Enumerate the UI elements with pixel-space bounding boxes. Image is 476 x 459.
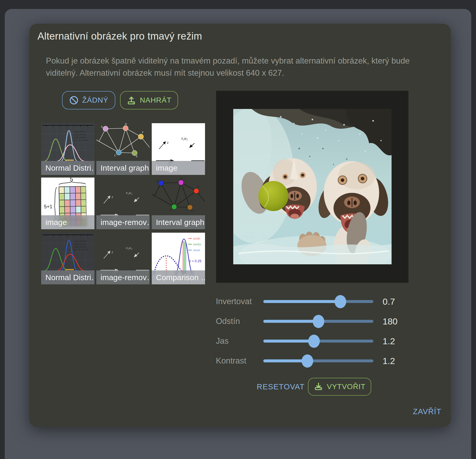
svg-text:D: D [180,178,182,180]
thumbnail-label: Normal Distri… [41,161,94,175]
thumbnail-normal-distribution-1[interactable]: μ=0, σ²=0.2 μ=0, σ²=1.0 μ=0, σ²=5.0 μ=−2… [41,123,94,175]
none-button-label: ŽÁDNÝ [82,96,108,104]
svg-text:μ=−2, σ²=0.5: μ=−2, σ²=0.5 [74,248,88,251]
slider-label-hue: Odstín [216,317,240,326]
svg-text:E: E [136,155,138,158]
svg-text:z: z [167,141,169,145]
thumbnail-image-axes-white[interactable]: z x x₂u₂ image [152,123,205,175]
reset-button[interactable]: RESETOVAT [257,378,305,396]
svg-text:F: F [197,185,199,188]
thumbnail-image-handdrawn-grid[interactable]: 5 5+1 image [41,178,94,229]
thumbnail-normal-distribution-2[interactable]: μ=0, σ²=0.2 μ=0, σ²=1.0 μ=0, σ²=5.0 μ=−2… [41,233,94,284]
slider-fill [263,320,318,323]
slider-value-brightness: 1.2 [383,336,395,346]
contrast-slider[interactable] [263,360,373,362]
svg-text:μ=0, σ²=5.0: μ=0, σ²=5.0 [74,246,86,248]
slider-value-invert: 0.7 [383,297,395,307]
slider-handle[interactable] [302,354,313,367]
slider-label-invert: Invertovat [216,297,252,306]
svg-text:A: A [156,179,158,183]
thumbnail-label: Interval graph… [152,215,205,229]
svg-text:media: media [193,242,201,246]
slider-row-brightness: Jas 1.2 [30,334,451,348]
svg-text:σ = 0.25: σ = 0.25 [189,259,201,263]
svg-text:C: C [170,208,172,211]
thumbnail-label: Normal Distri… [41,270,94,284]
thumbnail-label: Interval graph… [96,161,150,175]
preview-panel [216,91,408,283]
svg-text:D: D [125,123,127,126]
svg-text:μ=0, σ²=1.0: μ=0, σ²=1.0 [74,133,86,136]
slider-row-contrast: Kontrast 1.2 [30,354,451,367]
prohibition-icon [69,95,79,105]
create-button-label: VYTVOŘIT [327,383,365,391]
description-line-2: viditelný. Alternativní obrázek musí mít… [46,67,410,79]
slider-label-contrast: Kontrast [216,356,246,366]
dark-mode-image-dialog: Alternativní obrázek pro tmavý režim Pok… [30,24,451,427]
svg-text:x₂u₂: x₂u₂ [181,136,188,140]
dialog-title: Alternativní obrázek pro tmavý režim [37,31,202,42]
slider-handle[interactable] [313,315,324,328]
upload-icon [127,95,136,105]
svg-text:z: z [111,250,113,254]
svg-text:x₂u₂: x₂u₂ [126,190,132,195]
svg-text:μ=0, σ²=0.2: μ=0, σ²=0.2 [74,240,86,242]
svg-text:mode: mode [193,237,200,240]
svg-text:x₂u₂: x₂u₂ [126,246,132,250]
slider-row-hue: Odstín 180 [30,315,451,328]
slider-value-hue: 180 [383,316,398,327]
thumbnail-interval-graph-1[interactable]: A D F C E Interval graph… [96,123,150,175]
upload-button-label: NAHRÁT [140,96,172,104]
download-icon [314,381,323,393]
slider-handle[interactable] [308,334,320,348]
svg-text:5: 5 [70,178,73,183]
slider-label-brightness: Jas [216,336,229,346]
svg-text:5+1: 5+1 [44,204,53,209]
none-button[interactable]: ŽÁDNÝ [62,91,115,109]
svg-text:mean: mean [193,248,200,252]
thumbnail-label: image-remov… [96,215,150,229]
close-button[interactable]: ZAVŘÍT [413,403,441,420]
svg-text:μ=0, σ²=1.0: μ=0, σ²=1.0 [74,243,86,245]
slider-row-invert: Invertovat 0.7 [30,295,451,308]
slider-handle[interactable] [335,295,346,308]
description-line-1: Pokud je obrázek špatně viditelný na tma… [46,55,410,67]
svg-text:E: E [191,209,193,212]
create-button[interactable]: VYTVOŘIT [308,378,371,396]
thumbnail-label: Comparison … [152,270,205,284]
svg-text:μ=0, σ²=0.2: μ=0, σ²=0.2 [74,130,86,133]
svg-text:μ=−2, σ²=0.5: μ=−2, σ²=0.5 [74,139,88,142]
svg-text:z: z [111,195,113,199]
thumbnail-comparison-chart[interactable]: mode media mean σ = 0.25 Comparison … [152,233,205,284]
thumbnail-grid: μ=0, σ²=0.2 μ=0, σ²=1.0 μ=0, σ²=5.0 μ=−2… [41,123,205,284]
hue-slider[interactable] [263,320,373,323]
invert-slider[interactable] [263,300,373,303]
brightness-slider[interactable] [263,340,373,343]
thumbnail-image-removed-bg-1[interactable]: z x x₂u₂ image-remov… [96,178,150,229]
preview-image-dogs-underwater [233,109,392,264]
slider-value-contrast: 1.2 [383,356,395,366]
svg-text:F: F [142,131,144,134]
thumbnail-label: image [41,215,94,229]
svg-text:C: C [114,154,116,157]
svg-text:A: A [101,125,103,128]
upload-button[interactable]: NAHRÁT [120,91,178,109]
dialog-description: Pokud je obrázek špatně viditelný na tma… [46,55,410,79]
thumbnail-interval-graph-2[interactable]: A D F C E Interval graph… [152,178,205,229]
slider-fill [263,360,307,362]
thumbnail-label: image [152,161,205,175]
thumbnail-image-removed-bg-2[interactable]: z x x₂u₂ image-remov… [96,233,150,284]
slider-fill [263,340,314,343]
slider-fill [263,300,340,303]
svg-text:μ=0, σ²=5.0: μ=0, σ²=5.0 [74,136,86,139]
thumbnail-label: image-remov… [96,270,150,284]
